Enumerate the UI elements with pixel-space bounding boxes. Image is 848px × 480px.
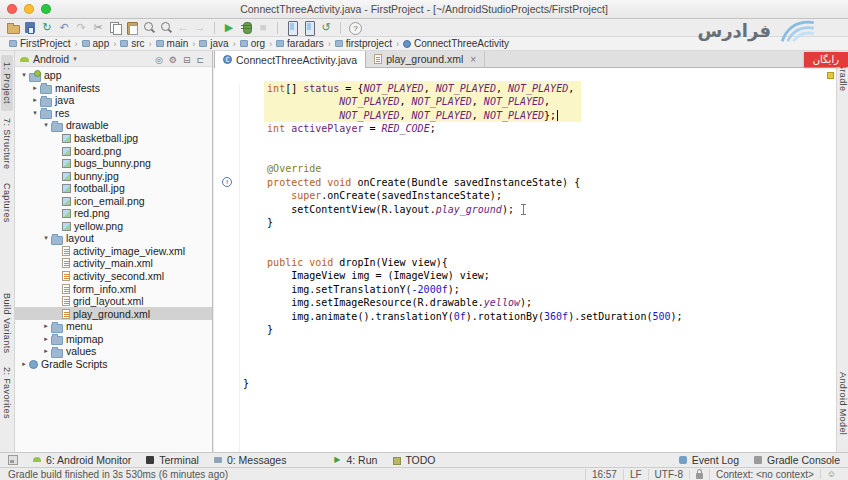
breadcrumb-item-app[interactable]: app [79, 38, 113, 49]
readonly-lock[interactable] [689, 470, 709, 479]
toolwindow-button-0-messages[interactable]: 0: Messages [213, 454, 287, 466]
copy-icon[interactable] [107, 20, 123, 35]
line-separator[interactable]: LF [623, 469, 648, 480]
tree-open-arrow-icon[interactable]: ▾ [41, 121, 51, 129]
tree-closed-arrow-icon[interactable]: ▸ [41, 322, 51, 330]
toolwindow-toggle-icon[interactable] [8, 455, 18, 465]
sync-icon[interactable]: ↻ [39, 20, 55, 35]
tool-strip-tab-android-model[interactable]: Android Model [837, 365, 848, 442]
tree-item-play-ground-xml[interactable]: play_ground.xml [15, 307, 212, 320]
tool-strip-tab-1-project[interactable]: 1: Project [1, 55, 13, 111]
sdk-manager-icon[interactable] [301, 20, 317, 35]
tree-item-board-png[interactable]: board.png [15, 144, 212, 157]
tool-strip-tab-captures[interactable]: Captures [1, 176, 13, 230]
tree-closed-arrow-icon[interactable]: ▸ [30, 84, 40, 92]
highlighting-level[interactable]: ☺ [820, 469, 842, 479]
tool-strip-tab-2-favorites[interactable]: 2: Favorites [1, 360, 13, 426]
open-file-icon[interactable] [5, 20, 21, 35]
tree-item-mipmap[interactable]: ▸mipmap [15, 332, 212, 345]
close-button[interactable] [7, 4, 17, 14]
tree-item-bugs-bunny-png[interactable]: bugs_bunny.png [15, 157, 212, 170]
encoding[interactable]: UTF-8 [648, 469, 689, 480]
tree-item-values[interactable]: ▸values [15, 345, 212, 358]
tree-item-yellow-png[interactable]: yellow.png [15, 220, 212, 233]
zoom-button[interactable] [41, 4, 51, 14]
tree-item-activity-main-xml[interactable]: activity_main.xml [15, 257, 212, 270]
breadcrumb-item-org[interactable]: org [237, 38, 268, 49]
help-icon[interactable] [347, 20, 363, 35]
tree-item-java[interactable]: ▸java [15, 94, 212, 107]
toolwindow-button-4-run[interactable]: ▶4: Run [332, 454, 377, 466]
tree-open-arrow-icon[interactable]: ▾ [41, 234, 51, 242]
editor-tab-play-ground-xml[interactable]: play_ground.xml× [366, 51, 485, 67]
breadcrumb-item-connectthreeactivity[interactable]: ConnectThreeActivity [400, 38, 512, 49]
close-tab-icon[interactable]: × [470, 54, 476, 65]
toolwindow-button-terminal[interactable]: Terminal [145, 454, 199, 466]
project-view-selector[interactable]: Android ▾ [20, 53, 77, 65]
stop-icon[interactable]: ■ [255, 20, 271, 35]
debug-icon[interactable] [238, 20, 254, 35]
inspection-status-icon[interactable] [827, 72, 834, 79]
back-icon[interactable]: ← [175, 20, 191, 35]
breadcrumb-item-firstproject[interactable]: FirstProject [6, 38, 74, 49]
tree-item-form-info-xml[interactable]: form_info.xml [15, 282, 212, 295]
forward-icon[interactable]: → [192, 20, 208, 35]
hide-panel-icon[interactable]: ⊏ [193, 55, 207, 65]
replace-icon[interactable] [158, 20, 174, 35]
override-method-gutter-icon[interactable]: ↑ [222, 177, 232, 187]
sync-project-with-gradle-icon[interactable]: ↺ [318, 20, 334, 35]
breadcrumb-item-main[interactable]: main [153, 38, 192, 49]
tree-item-grid-layout-xml[interactable]: grid_layout.xml [15, 295, 212, 308]
avd-manager-icon[interactable] [284, 20, 300, 35]
tree-closed-arrow-icon[interactable]: ▸ [19, 360, 29, 368]
toolwindow-button-label: Event Log [692, 454, 739, 466]
breadcrumb-item-firstproject[interactable]: firstproject [332, 38, 395, 49]
tree-open-arrow-icon[interactable]: ▾ [19, 71, 29, 79]
cut-icon[interactable]: ✂ [90, 20, 106, 35]
toolwindow-button-event-log[interactable]: Event Log [678, 454, 739, 466]
run-icon[interactable]: ▶ [221, 20, 237, 35]
minimize-button[interactable] [24, 4, 34, 14]
tree-closed-arrow-icon[interactable]: ▸ [41, 347, 51, 355]
toolwindow-button-todo[interactable]: TODO [391, 454, 435, 466]
tree-item-bunny-jpg[interactable]: bunny.jpg [15, 169, 212, 182]
tree-item-basketball-jpg[interactable]: basketball.jpg [15, 132, 212, 145]
settings-icon[interactable]: ⚙ [166, 55, 180, 65]
save-all-icon[interactable] [22, 20, 38, 35]
locate-icon[interactable]: ◎ [152, 55, 166, 65]
tree-open-arrow-icon[interactable]: ▾ [30, 109, 40, 117]
tree-item-icon-email-png[interactable]: icon_email.png [15, 194, 212, 207]
caret-position[interactable]: 16:57 [585, 469, 623, 480]
tree-item-layout[interactable]: ▾layout [15, 232, 212, 245]
tree-item-red-png[interactable]: red.png [15, 207, 212, 220]
breadcrumb-item-faradars[interactable]: faradars [273, 38, 327, 49]
tree-item-app[interactable]: ▾app [15, 69, 212, 82]
redo-icon[interactable]: ↷ [73, 20, 89, 35]
tree-closed-arrow-icon[interactable]: ▸ [30, 96, 40, 104]
editor-tab-connectthreeactivity-java[interactable]: ConnectThreeActivity.java [214, 51, 366, 68]
paste-icon[interactable] [124, 20, 140, 35]
find-icon[interactable] [141, 20, 157, 35]
tool-strip-tab-build-variants[interactable]: Build Variants [1, 286, 13, 360]
collapse-all-icon[interactable]: ⊟ [180, 55, 194, 65]
tree-item-activity-image-view-xml[interactable]: activity_image_view.xml [15, 245, 212, 258]
breadcrumb-item-src[interactable]: src [117, 38, 147, 49]
tree-item-menu[interactable]: ▸menu [15, 320, 212, 333]
tree-item-football-jpg[interactable]: football.jpg [15, 182, 212, 195]
toolwindow-button-gradle-console[interactable]: Gradle Console [753, 454, 840, 466]
code-editor[interactable]: ↑ int[] status = {NOT_PLAYED, NOT_PLAYED… [214, 68, 836, 452]
toolwindow-button-6-android-monitor[interactable]: 6: Android Monitor [32, 454, 131, 466]
tree-closed-arrow-icon[interactable]: ▸ [41, 335, 51, 343]
tree-item-activity-second-xml[interactable]: activity_second.xml [15, 270, 212, 283]
class-file-icon [223, 55, 232, 64]
tree-item-res[interactable]: ▾res [15, 107, 212, 120]
tree-item-label: manifests [55, 82, 104, 94]
tool-strip-tab-7-structure[interactable]: 7: Structure [1, 111, 13, 176]
undo-icon[interactable]: ↶ [56, 20, 72, 35]
tree-item-drawable[interactable]: ▾drawable [15, 119, 212, 132]
context[interactable]: Context: <no context> [709, 469, 820, 480]
tree-item-manifests[interactable]: ▸manifests [15, 82, 212, 95]
breadcrumb-item-java[interactable]: java [196, 38, 231, 49]
tree-item-label: grid_layout.xml [73, 295, 148, 307]
tree-item-gradle-scripts[interactable]: ▸Gradle Scripts [15, 358, 212, 371]
